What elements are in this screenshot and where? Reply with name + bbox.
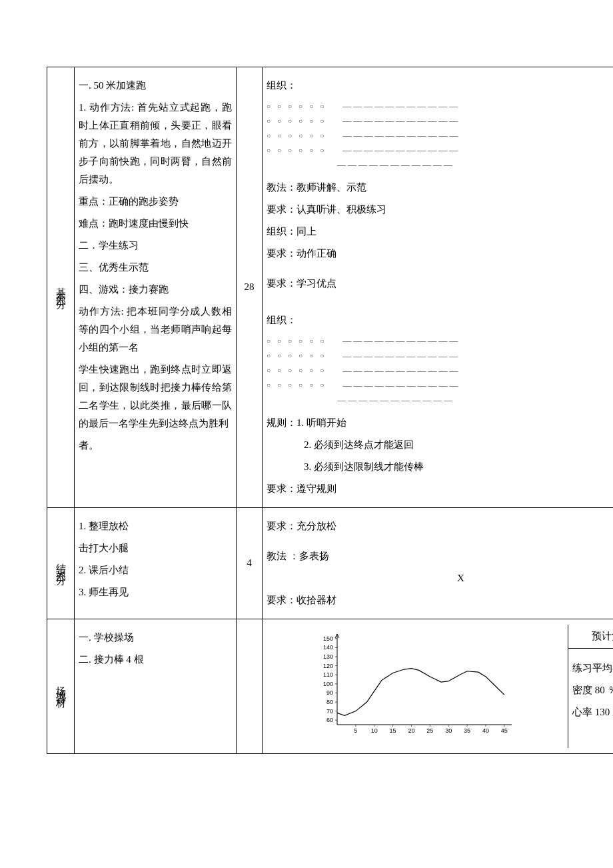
row-end: 结束部分 1. 整理放松 击打大小腿 2. 课后小结 3. 师生再见 4 要求：…	[47, 507, 614, 619]
svg-text:110: 110	[323, 671, 333, 678]
text: 要求：充分放松	[267, 517, 613, 535]
svg-text:130: 130	[323, 653, 333, 660]
text: 3. 必须到达限制线才能传棒	[267, 458, 613, 476]
time-empty	[237, 619, 263, 753]
section-label-end: 结束部分	[47, 507, 75, 619]
text: 组织：同上	[267, 223, 613, 241]
text: 动作方法: 把本班同学分成人数相等的四个小组，当老师哨声响起每小组的第一名	[79, 303, 232, 357]
svg-text:45: 45	[501, 727, 508, 734]
text: 要求：认真听讲、积极练习	[267, 201, 613, 219]
svg-text:100: 100	[323, 681, 333, 687]
line-chart-svg: 6070809010011012013014015051015202530354…	[271, 630, 564, 737]
content-basic: 一. 50 米加速跑 1. 动作方法: 首先站立式起跑，跑时上体正直稍前倾，头要…	[75, 67, 237, 508]
section-label-basic: 基本部分	[47, 67, 75, 508]
text: 要求：收拾器材	[267, 591, 613, 609]
svg-text:20: 20	[408, 727, 414, 734]
text: 要求：动作正确	[267, 245, 613, 263]
text: 一. 50 米加速跑	[79, 77, 232, 95]
org-label: 组织：	[267, 77, 613, 95]
teacher-mark: X	[267, 569, 613, 587]
svg-text:10: 10	[371, 727, 378, 734]
svg-text:120: 120	[323, 663, 333, 669]
svg-text:60: 60	[326, 717, 333, 723]
text: 密度 80 ％	[572, 681, 613, 699]
text: 二. 接力棒 4 根	[79, 651, 232, 669]
text: 规则：1. 听哨开始	[267, 414, 613, 432]
text: 重点：正确的跑步姿势	[79, 193, 232, 211]
chart-and-load-cell: 6070809010011012013014015051015202530354…	[263, 619, 614, 753]
text: 练习平均	[572, 659, 613, 677]
text: 3. 师生再见	[79, 583, 232, 601]
lesson-plan-table: 基本部分 一. 50 米加速跑 1. 动作方法: 首先站立式起跑，跑时上体正直稍…	[47, 67, 613, 754]
text: 一. 学校操场	[79, 629, 232, 647]
text: 1. 动作方法: 首先站立式起跑，跑时上体正直稍前倾，头要正，眼看前方，以前脚掌…	[79, 99, 232, 189]
section-label-equipment: 场地器材	[47, 619, 75, 753]
text: 者。	[79, 437, 232, 455]
text: 二．学生练习	[79, 237, 232, 255]
text: 击打大小腿	[79, 539, 232, 557]
svg-text:5: 5	[354, 727, 357, 734]
text: 1. 整理放松	[79, 517, 232, 535]
row-basic: 基本部分 一. 50 米加速跑 1. 动作方法: 首先站立式起跑，跑时上体正直稍…	[47, 67, 614, 508]
text: 2. 课后小结	[79, 561, 232, 579]
svg-text:140: 140	[323, 644, 333, 651]
text: 三、优秀生示范	[79, 259, 232, 277]
row-equipment: 场地器材 一. 学校操场 二. 接力棒 4 根 6070809010011012…	[47, 619, 614, 753]
content-end: 1. 整理放松 击打大小腿 2. 课后小结 3. 师生再见	[75, 507, 237, 619]
text: 难点：跑时速度由慢到快	[79, 215, 232, 233]
svg-text:40: 40	[482, 727, 489, 734]
load-heading: 预计负荷	[568, 625, 613, 649]
time-basic: 28	[237, 67, 263, 508]
text: 四、游戏：接力赛跑	[79, 281, 232, 299]
svg-text:150: 150	[323, 635, 333, 642]
svg-text:15: 15	[390, 727, 396, 734]
text: 教法 ：多表扬	[267, 547, 613, 565]
text: 要求：遵守规则	[267, 480, 613, 498]
heart-rate-chart: 6070809010011012013014015051015202530354…	[267, 625, 568, 748]
svg-text:25: 25	[426, 727, 433, 734]
organization-basic: 组织： ○○○○○○――――――――――― ○○○○○○――――――――――― …	[263, 67, 614, 508]
svg-text:30: 30	[445, 727, 452, 734]
text: 学生快速跑出，跑到终点时立即返回，到达限制线时把接力棒传给第二名学生，以此类推，…	[79, 361, 232, 433]
formation-diagram: ○○○○○○――――――――――― ○○○○○○――――――――――― ○○○○…	[267, 333, 613, 407]
text: 要求：学习优点	[267, 275, 613, 293]
text: 2. 必须到达终点才能返回	[267, 436, 613, 454]
time-end: 4	[237, 507, 263, 619]
svg-text:35: 35	[464, 727, 470, 734]
svg-text:80: 80	[326, 699, 333, 705]
org-label: 组织：	[267, 311, 613, 329]
load-box: 预计负荷 练习平均 密度 80 ％ 心率 130 次/分	[568, 625, 613, 748]
svg-text:70: 70	[326, 708, 333, 715]
text: 心率 130 次/分	[572, 703, 613, 721]
content-equipment: 一. 学校操场 二. 接力棒 4 根	[75, 619, 237, 753]
formation-diagram: ○○○○○○――――――――――― ○○○○○○――――――――――― ○○○○…	[267, 99, 613, 172]
svg-text:90: 90	[326, 689, 333, 696]
text: 教法：教师讲解、示范	[267, 179, 613, 197]
organization-end: 要求：充分放松 教法 ：多表扬 X 要求：收拾器材	[263, 507, 614, 619]
